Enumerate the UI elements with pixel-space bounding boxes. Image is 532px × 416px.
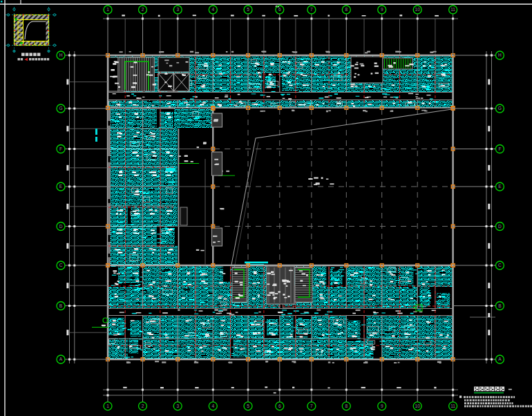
svg-text:11: 11 bbox=[450, 404, 455, 408]
svg-text:A: A bbox=[59, 357, 63, 361]
svg-text:C: C bbox=[59, 263, 63, 267]
svg-text:11: 11 bbox=[450, 7, 455, 12]
svg-text:H: H bbox=[59, 53, 63, 57]
svg-text:C: C bbox=[498, 263, 502, 267]
svg-text:E: E bbox=[498, 184, 502, 189]
svg-text:1: 1 bbox=[106, 404, 109, 408]
svg-text:B: B bbox=[498, 303, 501, 308]
svg-text:D: D bbox=[59, 224, 63, 229]
svg-text:B: B bbox=[59, 303, 62, 308]
svg-text:F: F bbox=[59, 146, 62, 151]
svg-text:2: 2 bbox=[142, 404, 144, 408]
svg-text:A: A bbox=[498, 357, 502, 361]
svg-text:4: 4 bbox=[211, 7, 214, 12]
svg-text:3: 3 bbox=[176, 404, 179, 408]
svg-text:7: 7 bbox=[310, 7, 313, 12]
svg-text:7: 7 bbox=[310, 404, 313, 408]
svg-text:D: D bbox=[498, 224, 502, 229]
svg-text:8: 8 bbox=[345, 404, 348, 408]
svg-text:8: 8 bbox=[345, 7, 348, 12]
svg-text:5: 5 bbox=[247, 7, 249, 12]
svg-text:G: G bbox=[498, 106, 502, 111]
svg-text:6: 6 bbox=[278, 7, 281, 12]
svg-text:9: 9 bbox=[381, 404, 383, 408]
svg-text:4: 4 bbox=[211, 404, 214, 408]
svg-text:5: 5 bbox=[247, 404, 249, 408]
svg-text:3: 3 bbox=[176, 7, 179, 12]
svg-text:6: 6 bbox=[278, 404, 281, 408]
svg-text:2: 2 bbox=[142, 7, 144, 12]
svg-text:1: 1 bbox=[106, 7, 109, 12]
svg-text:F: F bbox=[498, 146, 501, 151]
svg-text:H: H bbox=[498, 53, 502, 57]
svg-text:10: 10 bbox=[415, 404, 421, 408]
svg-text:9: 9 bbox=[381, 7, 383, 12]
svg-text:G: G bbox=[59, 106, 62, 111]
svg-text:10: 10 bbox=[415, 7, 421, 12]
svg-text:E: E bbox=[59, 184, 63, 189]
